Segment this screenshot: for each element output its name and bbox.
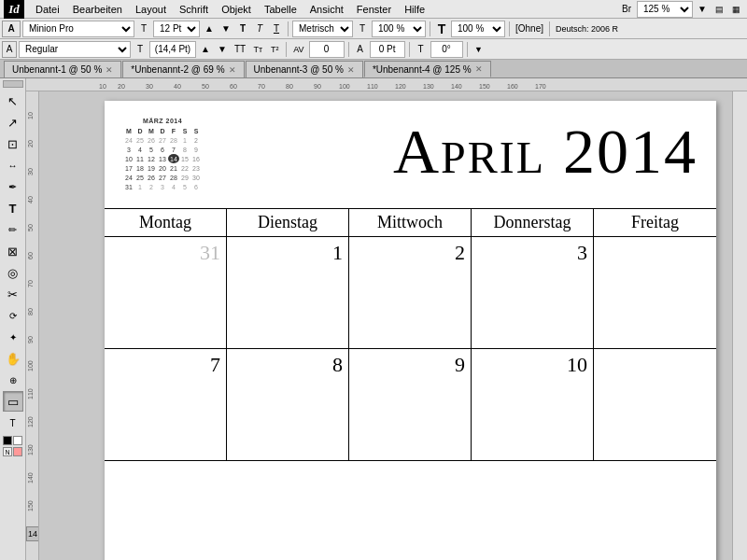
svg-text:50: 50	[27, 224, 34, 231]
note-tool[interactable]: T	[3, 413, 23, 433]
fill-swatch[interactable]	[3, 436, 12, 445]
lang-dropdown[interactable]: ▼	[472, 41, 486, 58]
svg-text:130: 130	[423, 83, 434, 90]
tab-3-close[interactable]: ✕	[347, 65, 355, 75]
unit-select[interactable]: Metrisch	[292, 21, 353, 37]
tab-4-close[interactable]: ✕	[475, 64, 483, 74]
char-style-btn[interactable]: A	[2, 41, 17, 58]
page-tool[interactable]: ⊡	[3, 133, 23, 154]
cal-day-fri-1	[594, 237, 716, 348]
italic-btn[interactable]: T	[252, 21, 267, 37]
allcaps-btn[interactable]: TT	[232, 41, 248, 58]
smallcaps-btn[interactable]: Tт	[250, 41, 265, 58]
bold-btn[interactable]: T	[235, 21, 250, 37]
tab-2-close[interactable]: ✕	[229, 65, 236, 75]
kern-input[interactable]	[309, 41, 345, 58]
tab-2[interactable]: *Unbenannt-2 @ 69 % ✕	[122, 61, 244, 77]
cal-week-1: 31 1 2 3	[105, 237, 716, 349]
cal-day-3: 3	[472, 237, 594, 348]
tab-4[interactable]: *Unbenannt-4 @ 125 % ✕	[364, 61, 491, 77]
transform-tool[interactable]: ⟳	[3, 305, 23, 326]
zoom-out-btn[interactable]: ▼	[695, 1, 710, 18]
menu-ansicht[interactable]: Ansicht	[304, 3, 349, 16]
menu-hilfe[interactable]: Hilfe	[399, 3, 430, 16]
font-name-select[interactable]: Minion ProMinion Pro	[22, 21, 134, 37]
scale-h-select[interactable]: 100 %	[372, 21, 426, 37]
svg-text:30: 30	[146, 83, 153, 90]
leading-input[interactable]	[149, 41, 196, 58]
svg-text:40: 40	[174, 83, 181, 90]
color-mode-btns: N	[3, 447, 22, 456]
arrange-btn[interactable]: ▤	[712, 1, 726, 18]
menu-layout[interactable]: Layout	[130, 3, 172, 16]
svg-text:100: 100	[339, 83, 350, 90]
menu-schrift[interactable]: Schrift	[174, 3, 214, 16]
svg-text:70: 70	[27, 280, 34, 287]
menu-bearbeiten[interactable]: Bearbeiten	[67, 3, 128, 16]
menu-datei[interactable]: Datei	[30, 3, 65, 16]
svg-text:110: 110	[27, 388, 34, 399]
type-icon: T	[355, 21, 370, 37]
svg-text:20: 20	[27, 140, 34, 147]
sep6	[348, 42, 349, 57]
menu-objekt[interactable]: Objekt	[216, 3, 257, 16]
select-tool[interactable]: ↖	[3, 91, 23, 111]
svg-text:60: 60	[230, 83, 237, 90]
sep3	[509, 21, 510, 36]
hand-tool[interactable]: ✋	[3, 348, 23, 369]
scissors-tool[interactable]: ✂	[3, 284, 23, 304]
svg-text:140: 140	[451, 83, 462, 90]
rotation-input[interactable]	[430, 41, 463, 58]
leading-down-btn[interactable]: ▼	[215, 41, 230, 58]
content-area: 10 20 30 40 50 60 70 80 90 100 110 120 1…	[26, 78, 747, 560]
rect-frame-tool[interactable]: ⊠	[3, 241, 23, 261]
cal-day-fri-2	[594, 349, 716, 460]
zoom-select[interactable]: 125 %	[637, 1, 693, 18]
leading-up-btn[interactable]: ▲	[198, 41, 213, 58]
sep5	[286, 42, 287, 57]
super-btn[interactable]: T²	[267, 41, 282, 58]
april-heading: April 2014	[393, 115, 698, 189]
gap-tool[interactable]: ↔	[3, 155, 23, 175]
cal-header-mittwoch: Mittwoch	[349, 209, 472, 236]
cal-header-montag: Montag	[105, 209, 227, 236]
underline-btn[interactable]: T	[269, 21, 284, 37]
cal-header-dienstag: Dienstag	[227, 209, 349, 236]
svg-text:140: 140	[27, 472, 34, 483]
font-down-btn[interactable]: ▼	[218, 21, 233, 37]
ellipse-frame-tool[interactable]: ◎	[3, 262, 23, 283]
workspace-btn[interactable]: ▦	[728, 1, 743, 18]
baseline-input[interactable]	[370, 41, 405, 58]
svg-text:160: 160	[507, 83, 518, 90]
eyedropper-tool[interactable]: ✦	[3, 327, 23, 347]
scale-v-select[interactable]: 100 %	[451, 21, 505, 37]
tab-3[interactable]: Unbenannt-3 @ 50 % ✕	[246, 61, 363, 77]
style-btn[interactable]: A	[2, 21, 21, 37]
zoom-tool[interactable]: ⊕	[3, 370, 23, 390]
preview-mode-btn[interactable]	[13, 447, 22, 456]
menu-bar: Id Datei Bearbeiten Layout Schrift Objek…	[0, 0, 747, 19]
sep4	[549, 21, 550, 36]
menu-fenster[interactable]: Fenster	[351, 3, 397, 16]
direct-select-tool[interactable]: ↗	[3, 112, 23, 133]
font-size-select[interactable]: 12 Pt	[153, 21, 200, 37]
rectangle-tool[interactable]: ▭	[3, 391, 23, 412]
normal-mode-btn[interactable]: N	[3, 447, 12, 456]
menu-tabelle[interactable]: Tabelle	[259, 3, 303, 16]
toolbar-row-1: A Minion ProMinion Pro T 12 Pt ▲ ▼ T T T…	[0, 19, 747, 39]
tab-1[interactable]: Unbenannt-1 @ 50 % ✕	[4, 61, 121, 77]
font-up-btn[interactable]: ▲	[202, 21, 217, 37]
svg-text:10: 10	[27, 112, 34, 119]
sep8	[467, 42, 468, 57]
pencil-tool[interactable]: ✏	[3, 219, 23, 240]
canvas[interactable]: April 2014 März 2014 MDMDFSS 24252627281…	[39, 91, 732, 560]
tab-1-close[interactable]: ✕	[106, 65, 113, 75]
toolbar-row-2: A Regular T ▲ ▼ TT Tт T² AV A T ▼	[0, 39, 747, 60]
toolbox-collapse[interactable]	[3, 80, 23, 88]
sep2	[430, 21, 430, 36]
stroke-swatch[interactable]	[13, 436, 22, 445]
char-style-select[interactable]: Regular	[19, 41, 131, 58]
type-tool[interactable]: T	[3, 198, 23, 218]
rotation-icon: T	[414, 41, 429, 58]
pen-tool[interactable]: ✒	[3, 176, 23, 197]
